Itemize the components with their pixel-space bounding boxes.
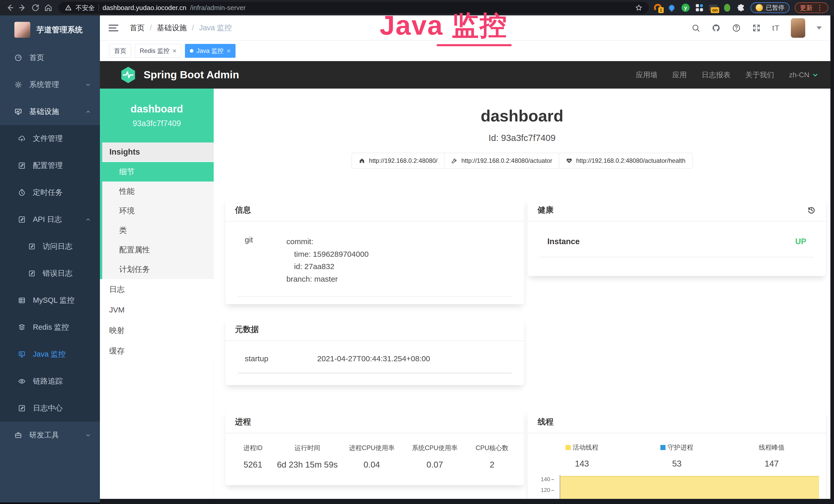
tag-redis-monitor[interactable]: Redis 监控 × — [135, 44, 181, 58]
y-axis-tick: 140 — [538, 476, 554, 483]
caret-down-icon[interactable] — [816, 26, 822, 29]
close-icon[interactable]: × — [227, 47, 231, 54]
breadcrumb-infrastructure[interactable]: 基础设施 — [157, 23, 187, 33]
sba-item-caches[interactable]: 缓存 — [100, 341, 214, 361]
sidebar-item-label: 基础设施 — [29, 107, 78, 117]
sidebar-item-scheduled-jobs[interactable]: 定时任务 — [0, 179, 100, 206]
legend-value: 143 — [575, 459, 589, 468]
address-bar[interactable]: 不安全 dashboard.yudao.iocoder.cn /infra/ad… — [59, 2, 649, 14]
extension-y-icon[interactable]: y — [681, 3, 690, 12]
breadcrumb-separator: / — [192, 24, 194, 32]
sidebar-item-access-logs[interactable]: 访问日志 — [0, 233, 100, 260]
forward-icon[interactable] — [17, 2, 28, 13]
instance-home-link[interactable]: http://192.168.0.2:48080/ — [352, 153, 444, 169]
sba-item-jvm[interactable]: JVM — [100, 300, 214, 320]
extension-grid-icon[interactable] — [695, 3, 704, 12]
instance-health-link[interactable]: http://192.168.0.2:48080/actuator/health — [559, 153, 693, 169]
app-logo[interactable]: 芋道管理系统 — [0, 16, 100, 44]
metadata-card-title: 元数据 — [225, 318, 524, 341]
chevron-down-icon — [812, 72, 818, 78]
header-actions: tT — [692, 18, 822, 38]
sba-item-details[interactable]: 细节 — [102, 162, 214, 182]
sba-item-logs[interactable]: 日志 — [100, 279, 214, 300]
logo-avatar — [14, 22, 30, 38]
breadcrumb-home[interactable]: 首页 — [130, 23, 145, 33]
sba-item-classes[interactable]: 类 — [102, 221, 214, 240]
tag-label: 首页 — [114, 47, 126, 55]
sidebar-item-label: 研发工具 — [29, 430, 78, 440]
legend-value: 53 — [672, 459, 682, 468]
sidebar-item-system[interactable]: 系统管理 — [0, 71, 100, 98]
sba-locale-select[interactable]: zh-CN — [789, 71, 818, 79]
sba-item-mappings[interactable]: 映射 — [100, 320, 214, 341]
search-icon[interactable] — [692, 24, 700, 32]
extension-on-icon[interactable]: on — [709, 3, 718, 12]
status-badge: UP — [795, 237, 806, 246]
extension-orange-icon[interactable]: 1 — [654, 3, 662, 12]
instance-actuator-link[interactable]: http://192.168.0.2:48080/actuator — [444, 153, 559, 169]
sidebar-item-error-logs[interactable]: 错误日志 — [0, 260, 100, 287]
metadata-key: startup — [238, 354, 317, 363]
threads-legend: 活动线程 143 守护进程 53 线程峰值 147 — [528, 433, 826, 468]
sba-nav-journal[interactable]: 日志报表 — [702, 70, 730, 80]
sidebar-item-label: 链路追踪 — [33, 376, 91, 386]
breadcrumb: 首页 / 基础设施 / Java 监控 — [130, 23, 232, 33]
instance-name: dashboard — [130, 103, 183, 115]
menu-kebab-icon[interactable]: ⋮ — [816, 4, 823, 12]
sidebar-item-label: Java 监控 — [33, 349, 91, 360]
url-host: dashboard.yudao.iocoder.cn — [103, 4, 186, 12]
sidebar-item-redis-monitor[interactable]: Redis 监控 — [0, 314, 100, 341]
sidebar-item-home[interactable]: 首页 — [0, 44, 100, 71]
extensions-puzzle-icon[interactable] — [737, 3, 745, 12]
user-avatar[interactable] — [791, 18, 805, 38]
home-icon[interactable] — [43, 2, 54, 13]
sba-item-metrics[interactable]: 性能 — [102, 182, 214, 201]
sba-item-scheduled-tasks[interactable]: 计划任务 — [102, 259, 214, 279]
sba-item-configprops[interactable]: 配置属性 — [102, 240, 214, 259]
breadcrumb-separator: / — [150, 24, 152, 32]
hamburger-icon[interactable] — [109, 25, 118, 31]
tag-home[interactable]: 首页 — [109, 44, 131, 58]
help-icon[interactable] — [732, 24, 741, 32]
sidebar-item-devtools[interactable]: 研发工具 — [0, 421, 100, 449]
sidebar-item-api-logs[interactable]: API 日志 — [0, 206, 100, 233]
page-title: dashboard — [214, 107, 830, 125]
browser-update-button[interactable]: 更新 ⋮ — [795, 2, 828, 13]
sidebar-item-log-center[interactable]: 日志中心 — [0, 395, 100, 421]
sidebar-item-mysql-monitor[interactable]: MySQL 监控 — [0, 287, 100, 314]
right-edge-strip — [830, 16, 834, 504]
history-icon[interactable] — [807, 205, 816, 215]
instance-header[interactable]: dashboard 93a3fc7f7409 — [100, 89, 214, 142]
extension-leaf-icon[interactable] — [723, 3, 731, 12]
chevron-up-icon — [85, 109, 91, 115]
sidebar-item-label: MySQL 监控 — [33, 295, 91, 305]
fullscreen-icon[interactable] — [752, 24, 761, 32]
sba-nav-about[interactable]: 关于我们 — [745, 70, 774, 80]
chevron-down-icon — [85, 82, 91, 88]
health-row-instance[interactable]: Instance UP — [539, 222, 814, 257]
font-size-icon[interactable]: tT — [772, 24, 780, 32]
sidebar-item-infrastructure[interactable]: 基础设施 — [0, 98, 100, 125]
github-icon[interactable] — [711, 23, 721, 32]
sba-item-environment[interactable]: 环境 — [102, 201, 214, 221]
extensions-cluster: 1 y on 已暂停 更新 ⋮ — [654, 2, 830, 13]
sba-brand[interactable]: Spring Boot Admin — [120, 66, 239, 84]
table-grid-icon — [18, 297, 26, 304]
close-icon[interactable]: × — [173, 47, 176, 54]
sidebar-item-config-manage[interactable]: 配置管理 — [0, 152, 100, 179]
profile-paused-pill[interactable]: 已暂停 — [750, 2, 790, 13]
sidebar-item-label: API 日志 — [33, 214, 78, 225]
sidebar-item-label: 日志中心 — [33, 403, 91, 413]
sba-nav-applications[interactable]: 应用 — [673, 70, 687, 80]
back-icon[interactable] — [4, 2, 16, 13]
sidebar-item-trace[interactable]: 链路追踪 — [0, 368, 100, 395]
tag-java-monitor[interactable]: Java 监控 × — [185, 44, 236, 58]
sidebar-item-file-manage[interactable]: 文件管理 — [0, 125, 100, 152]
eye-icon — [18, 377, 26, 385]
extension-pin-icon[interactable] — [667, 3, 676, 12]
reload-icon[interactable] — [30, 2, 41, 13]
link-label: http://192.168.0.2:48080/actuator/health — [576, 157, 685, 164]
sidebar-item-java-monitor[interactable]: Java 监控 — [0, 341, 100, 368]
bookmark-star-icon[interactable] — [635, 4, 643, 12]
sba-nav-wallboard[interactable]: 应用墙 — [636, 70, 658, 80]
